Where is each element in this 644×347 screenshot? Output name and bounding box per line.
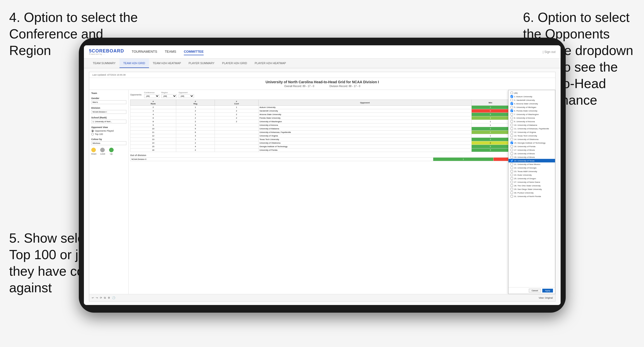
cell-win: 4 (471, 116, 509, 120)
dropdown-checkbox[interactable] (511, 106, 513, 108)
col-win: Win (471, 100, 509, 106)
dropdown-item[interactable]: (All) (508, 91, 555, 95)
dropdown-checkbox[interactable] (511, 184, 513, 187)
dropdown-item[interactable]: 2. Auburn University (508, 95, 555, 98)
dropdown-item-label: 19. University of Illinois (514, 156, 535, 158)
dropdown-checkbox[interactable] (511, 174, 513, 176)
dropdown-item[interactable]: 25. University of Oregon (508, 177, 555, 180)
dropdown-checkbox[interactable] (511, 188, 513, 190)
tab-team-h2h-grid[interactable]: TEAM H2H GRID (119, 59, 149, 68)
apply-button[interactable]: Apply (542, 289, 553, 293)
dropdown-checkbox[interactable] (511, 145, 513, 148)
gender-select[interactable]: Men's (91, 100, 126, 104)
dropdown-checkbox[interactable] (511, 102, 513, 105)
division-select[interactable]: NCAA Division I (91, 110, 126, 114)
reset-icon[interactable]: ⟳ (100, 296, 102, 299)
report-body: Team Gender Men's Division NCAA Division… (89, 90, 555, 294)
dropdown-item[interactable]: 10. University of Alabama (508, 123, 555, 127)
dropdown-item[interactable]: 6. Florida State University (508, 109, 555, 113)
dropdown-item[interactable]: 8. University of Arizona (508, 116, 555, 120)
conference-filter-select[interactable]: (All) (144, 94, 159, 98)
dropdown-checkbox[interactable] (511, 99, 513, 101)
dropdown-item[interactable]: 28. The Ohio State University (508, 184, 555, 187)
dropdown-item[interactable]: 15. Georgia Institute of Technology (508, 141, 555, 145)
dropdown-item[interactable]: 30. Purdue University (508, 191, 555, 195)
dropdown-item[interactable]: 11. University of Arkansas, Fayetteville (508, 127, 555, 130)
dropdown-checkbox[interactable] (511, 120, 513, 123)
dropdown-item[interactable]: 31. University of North Florida (508, 195, 555, 198)
overall-record: Overall Record: 89 - 17 - 0 (284, 85, 314, 88)
cell-win: 3 (471, 138, 509, 141)
undo-icon[interactable]: ↩ (92, 296, 94, 299)
region-filter-select[interactable]: (All) (161, 94, 177, 98)
dropdown-checkbox[interactable] (511, 170, 513, 173)
dropdown-item[interactable]: 21. University of New Mexico (508, 162, 555, 166)
cancel-button[interactable]: Cancel (529, 289, 541, 293)
main-content: Last Updated: 4/7/2024 16:55:38 Universi… (84, 68, 561, 305)
tablet-frame: 5COREBOARD Powered by … TOURNAMENTS TEAM… (79, 38, 566, 313)
dropdown-item[interactable]: 27. University of Notre Dame (508, 180, 555, 184)
dropdown-item[interactable]: 24. Duke University (508, 173, 555, 177)
dropdown-checkbox[interactable] (511, 156, 513, 158)
dropdown-checkbox[interactable] (511, 124, 513, 126)
nav-tournaments[interactable]: TOURNAMENTS (132, 48, 157, 55)
dropdown-checkbox[interactable] (511, 109, 513, 112)
dropdown-checkbox[interactable] (511, 92, 513, 94)
dropdown-item[interactable]: 9. University of Arizona (508, 120, 555, 123)
dropdown-checkbox[interactable] (511, 127, 513, 130)
tab-player-summary[interactable]: PLAYER SUMMARY (185, 59, 218, 68)
tab-player-h2h-grid[interactable]: PLAYER H2H GRID (218, 59, 251, 68)
dropdown-checkbox[interactable] (511, 195, 513, 198)
dropdown-checkbox[interactable] (511, 191, 513, 194)
school-select[interactable]: 1. University of Nort... (91, 120, 126, 123)
dropdown-item[interactable]: 14. University of Oklahoma (508, 137, 555, 141)
tab-team-h2h-heatmap[interactable]: TEAM H2H HEATMAP (149, 59, 185, 68)
dropdown-item[interactable]: 20. University of Texas (508, 159, 555, 162)
view-label: View: Original (539, 297, 553, 299)
dropdown-checkbox[interactable] (511, 131, 513, 133)
dropdown-checkbox[interactable] (511, 177, 513, 180)
colour-by-select[interactable]: Win/loss (91, 141, 126, 145)
dropdown-checkbox[interactable] (511, 138, 513, 141)
dropdown-item[interactable]: 17. University of Illinois (508, 148, 555, 152)
dropdown-item[interactable]: 7. University of Washington (508, 113, 555, 116)
dropdown-item[interactable]: 3. Vanderbilt University (508, 98, 555, 102)
tab-team-summary[interactable]: TEAM SUMMARY (89, 59, 119, 68)
dropdown-checkbox[interactable] (511, 152, 513, 155)
dropdown-checkbox[interactable] (511, 181, 513, 183)
dropdown-checkbox[interactable] (511, 142, 513, 144)
nav-teams[interactable]: TEAMS (165, 48, 176, 55)
tab-player-h2h-heatmap[interactable]: PLAYER H2H HEATMAP (251, 59, 290, 68)
dropdown-item-label: 29. San Diego State University (514, 188, 542, 190)
dropdown-checkbox[interactable] (511, 163, 513, 165)
radio-opponents-played[interactable]: Opponents Played (91, 130, 126, 132)
dropdown-item[interactable]: 13. Texas Tech University (508, 134, 555, 137)
dropdown-checkbox[interactable] (511, 166, 513, 169)
dropdown-checkbox[interactable] (511, 149, 513, 151)
dropdown-item[interactable]: 22. University of Georgia (508, 166, 555, 170)
dropdown-checkbox[interactable] (511, 95, 513, 98)
opponent-filter-select[interactable]: (All) (179, 94, 194, 98)
dropdown-checkbox[interactable] (511, 117, 513, 119)
dropdown-item[interactable]: 12. University of Virginia (508, 130, 555, 134)
settings-icon[interactable]: ⚙ (108, 296, 110, 299)
dropdown-item[interactable]: 29. San Diego State University (508, 187, 555, 191)
dropdown-item[interactable]: 4. Arizona State University (508, 102, 555, 105)
dropdown-item[interactable]: 5. University of Michigan (508, 105, 555, 109)
copy-icon[interactable]: ⧉ (104, 296, 106, 299)
dropdown-checkbox[interactable] (511, 134, 513, 137)
dropdown-item[interactable]: 16. University of Florida (508, 145, 555, 148)
dropdown-item[interactable]: 19. University of Illinois (508, 155, 555, 159)
radio-top-100[interactable]: Top 100 (91, 133, 126, 135)
cell-win: 5 (471, 148, 509, 152)
dropdown-list[interactable]: (All)2. Auburn University3. Vanderbilt U… (508, 90, 555, 287)
cell-rank: 16 (130, 148, 176, 152)
dropdown-checkbox[interactable] (511, 113, 513, 116)
nav-committee[interactable]: COMMITTEE (184, 48, 204, 55)
clock-icon[interactable]: 🕐 (112, 296, 115, 299)
dropdown-item[interactable]: 18. University of Illinois (508, 152, 555, 155)
opponent-filter-label: Opponent (179, 91, 194, 94)
dropdown-item[interactable]: 23. Texas A&M University (508, 170, 555, 173)
redo-icon[interactable]: ↪ (96, 296, 98, 299)
dropdown-checkbox[interactable] (511, 159, 513, 162)
